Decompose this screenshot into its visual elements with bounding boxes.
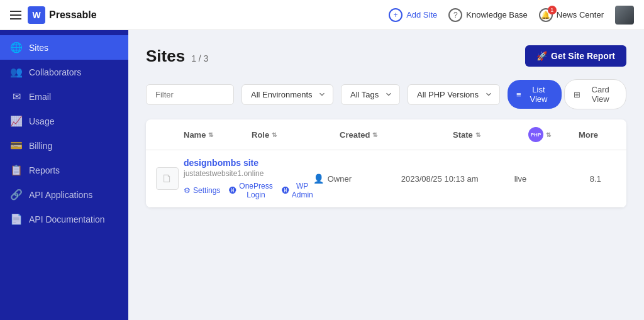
created-sort-icon: ⇅ — [372, 131, 377, 138]
sidebar-label-api-docs: API Documentation — [29, 214, 105, 224]
role-cell: 👤 Owner — [313, 174, 401, 184]
sites-icon: 🌐 — [10, 41, 23, 53]
php-sort-icon: ⇅ — [546, 131, 551, 138]
sidebar-item-usage[interactable]: 📈 Usage — [0, 109, 128, 133]
tags-filter-select[interactable]: All Tags — [341, 84, 400, 105]
billing-icon: 💳 — [10, 140, 23, 152]
site-actions: ⚙ Settings 🅦 OnePress Login 🅦 WP Admin — [184, 182, 313, 199]
reports-icon: 📋 — [10, 164, 23, 176]
php-header-icon: PHP — [528, 127, 543, 142]
wp-admin-icon: 🅦 — [282, 186, 289, 195]
sidebar-label-reports: Reports — [29, 165, 60, 175]
name-sort-icon: ⇅ — [208, 131, 213, 138]
sidebar-label-billing: Billing — [29, 141, 52, 151]
sidebar-label-api-apps: API Applications — [29, 190, 92, 200]
topbar-left: W Pressable — [10, 6, 381, 24]
brand-name: Pressable — [49, 9, 97, 21]
knowledge-icon: ? — [448, 8, 462, 22]
brand-logo: W Pressable — [28, 6, 97, 24]
col-created[interactable]: Created ⇅ — [340, 127, 453, 142]
sidebar-item-sites[interactable]: 🌐 Sites — [0, 35, 128, 60]
sidebar: 🌐 Sites 👥 Collaborators ✉ Email 📈 Usage … — [0, 30, 128, 320]
report-icon: 🚀 — [536, 51, 547, 61]
sidebar-item-billing[interactable]: 💳 Billing — [0, 133, 128, 158]
news-badge: 1 — [548, 6, 557, 14]
sidebar-item-api-apps[interactable]: 🔗 API Applications — [0, 182, 128, 207]
avatar[interactable] — [615, 6, 634, 25]
role-sort-icon: ⇅ — [272, 131, 277, 138]
card-view-button[interactable]: ⊞ Card View — [564, 79, 626, 109]
onepress-icon: 🅦 — [229, 186, 236, 195]
site-info: designbombs site justatestwebsite1.onlin… — [184, 158, 313, 199]
wp-admin-button[interactable]: 🅦 WP Admin — [282, 182, 313, 199]
sidebar-item-api-docs[interactable]: 📄 API Documentation — [0, 207, 128, 231]
table-row: 🗋 designbombs site justatestwebsite1.onl… — [146, 150, 626, 207]
usage-icon: 📈 — [10, 115, 23, 127]
hamburger-icon[interactable] — [10, 11, 21, 19]
knowledge-base-button[interactable]: ? Knowledge Base — [448, 8, 528, 22]
topbar: W Pressable + Add Site ? Knowledge Base … — [0, 0, 644, 30]
get-site-report-button[interactable]: 🚀 Get Site Report — [525, 45, 626, 67]
state-cell: live — [514, 174, 590, 184]
main-layout: 🌐 Sites 👥 Collaborators ✉ Email 📈 Usage … — [0, 30, 644, 320]
thumbnail-icon: 🗋 — [162, 172, 173, 185]
api-docs-icon: 📄 — [10, 213, 23, 225]
onepress-login-button[interactable]: 🅦 OnePress Login — [229, 182, 272, 199]
php-filter-select[interactable]: All PHP Versions — [408, 84, 500, 105]
content-header: Sites 1 / 3 🚀 Get Site Report — [146, 45, 626, 67]
sidebar-item-email[interactable]: ✉ Email — [0, 84, 128, 109]
collaborators-icon: 👥 — [10, 66, 23, 78]
created-cell: 2023/08/25 10:13 am — [401, 174, 514, 184]
col-thumbnail — [156, 127, 184, 142]
col-php[interactable]: PHP ⇅ — [528, 127, 579, 142]
list-view-button[interactable]: ≡ List View — [508, 80, 562, 109]
site-thumbnail: 🗋 — [156, 167, 179, 190]
sidebar-label-collaborators: Collaborators — [29, 67, 81, 77]
php-cell: 8.1 — [590, 174, 626, 184]
env-filter-select[interactable]: All Environments — [242, 84, 333, 105]
site-url: justatestwebsite1.online — [184, 169, 313, 178]
settings-button[interactable]: ⚙ Settings — [184, 182, 220, 199]
add-site-icon: + — [389, 8, 402, 22]
api-apps-icon: 🔗 — [10, 189, 23, 201]
news-center-button[interactable]: 🔔 1 News Center — [539, 8, 604, 22]
col-more: More — [579, 127, 616, 142]
site-count-badge: 1 / 3 — [191, 53, 208, 63]
col-state[interactable]: State ⇅ — [453, 127, 528, 142]
role-value: Owner — [328, 174, 352, 184]
sidebar-item-reports[interactable]: 📋 Reports — [0, 158, 128, 182]
pressable-logo-icon: W — [28, 6, 45, 24]
sidebar-label-email: Email — [29, 92, 51, 102]
content-area: Sites 1 / 3 🚀 Get Site Report All Enviro… — [128, 30, 644, 320]
col-name[interactable]: Name ⇅ — [184, 127, 252, 142]
card-view-icon: ⊞ — [574, 90, 580, 99]
role-icon: 👤 — [313, 174, 324, 184]
state-sort-icon: ⇅ — [475, 131, 480, 138]
email-icon: ✉ — [10, 91, 23, 102]
col-role[interactable]: Role ⇅ — [252, 127, 340, 142]
add-site-button[interactable]: + Add Site — [389, 8, 437, 22]
settings-icon: ⚙ — [184, 186, 191, 195]
site-name-link[interactable]: designbombs site — [184, 158, 313, 168]
list-view-icon: ≡ — [516, 90, 521, 99]
table-header: Name ⇅ Role ⇅ Created ⇅ State ⇅ PHP ⇅ — [146, 119, 626, 150]
view-toggle: ≡ List View ⊞ Card View — [508, 79, 626, 109]
sidebar-label-usage: Usage — [29, 116, 54, 126]
sidebar-label-sites: Sites — [29, 43, 48, 53]
sites-table: Name ⇅ Role ⇅ Created ⇅ State ⇅ PHP ⇅ — [146, 119, 626, 207]
filters-bar: All Environments All Tags All PHP Versio… — [146, 79, 626, 109]
page-title: Sites — [146, 47, 185, 66]
sidebar-item-collaborators[interactable]: 👥 Collaborators — [0, 60, 128, 84]
page-title-area: Sites 1 / 3 — [146, 47, 208, 66]
filter-input[interactable] — [146, 84, 234, 105]
topbar-right: + Add Site ? Knowledge Base 🔔 1 News Cen… — [389, 6, 634, 25]
